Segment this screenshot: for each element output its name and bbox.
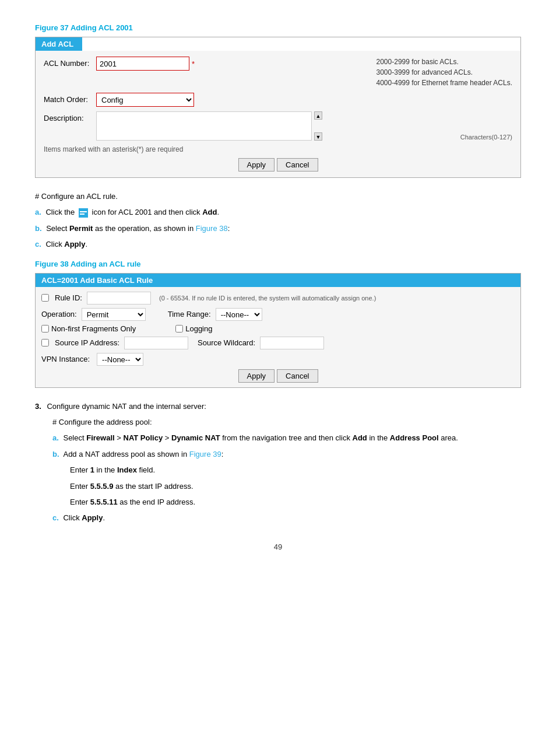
step-a-prefix: a.: [35, 208, 41, 216]
scrollbar-down[interactable]: ▼: [314, 132, 322, 141]
source-wildcard-input[interactable]: [260, 337, 324, 349]
source-ip-input[interactable]: [124, 337, 188, 349]
figure37-title: Figure 37 Adding ACL 2001: [35, 23, 521, 32]
match-order-select[interactable]: Config Auto: [96, 93, 194, 107]
step3-number: 3.: [35, 402, 41, 411]
add-acl-panel: Add ACL ACL Number: * 2000-2999 for basi…: [35, 37, 521, 178]
non-first-checkbox[interactable]: [41, 325, 49, 332]
vpn-label: VPN Instance:: [41, 355, 90, 363]
step-b-text: Select: [46, 224, 67, 233]
acl-hint: 2000-2999 for basic ACLs. 3000-3999 for …: [376, 57, 512, 88]
non-first-label: Non-first Fragments Only: [51, 324, 136, 333]
step-c-prefix: c.: [35, 240, 41, 249]
figure38-title: Figure 38 Adding an ACL rule: [35, 260, 521, 268]
scrollbar-up[interactable]: ▲: [314, 111, 322, 120]
source-ip-label: Source IP Address:: [55, 338, 119, 347]
step-b-bold: Permit: [69, 224, 93, 233]
apply-button-fig37[interactable]: Apply: [238, 158, 275, 172]
step3b-field-label: field.: [139, 466, 155, 474]
step3a-bold3: Dynamic NAT: [171, 433, 220, 442]
rule-id-checkbox[interactable]: [41, 294, 49, 302]
rule-id-hint: (0 - 65534. If no rule ID is entered, th…: [159, 295, 376, 302]
configure-address-pool: # Configure the address pool:: [52, 415, 521, 429]
logging-checkbox[interactable]: [175, 325, 183, 332]
time-range-label: Time Range:: [168, 310, 211, 318]
acl-number-input[interactable]: [96, 57, 189, 71]
step3b-text: Add a NAT address pool as shown in: [63, 450, 189, 459]
description-label: Description:: [44, 111, 96, 123]
svg-rect-0: [79, 208, 88, 218]
step3a-sep2: >: [165, 433, 171, 442]
source-wildcard-label: Source Wildcard:: [198, 338, 255, 347]
step3b-prefix: b.: [52, 450, 59, 459]
logging-label: Logging: [185, 324, 212, 333]
acl-number-label: ACL Number:: [44, 57, 96, 68]
page-number: 49: [35, 542, 521, 551]
step3c-text: Click: [63, 513, 79, 522]
figure39-link[interactable]: Figure 39: [189, 450, 221, 459]
step3a-text: Select: [63, 433, 84, 442]
step3c-prefix: c.: [52, 513, 59, 522]
step3b-bold2: 5.5.5.9: [90, 482, 114, 491]
cancel-button-fig38[interactable]: Cancel: [277, 369, 318, 383]
step3a-bold1: Firewall: [86, 433, 114, 442]
step3b-text2b: as the start IP address.: [115, 482, 193, 491]
step-b-prefix: b.: [35, 224, 42, 233]
step-a-text2: icon for ACL 2001 and then click: [92, 208, 200, 216]
step3b-line3-text: Enter: [70, 498, 90, 506]
step-a-text: Click the: [45, 208, 75, 216]
add-acl-panel-header: Add ACL: [36, 37, 82, 51]
step-c-bold: Apply: [64, 240, 85, 249]
acl-rule-panel-header: ACL=2001 Add Basic ACL Rule: [36, 274, 520, 287]
step3-text: Configure dynamic NAT and the internal s…: [47, 402, 206, 411]
rule-id-input[interactable]: [87, 292, 151, 304]
step3b-bold1: 1: [90, 466, 94, 474]
apply-button-fig38[interactable]: Apply: [238, 369, 275, 383]
rule-id-label: Rule ID:: [55, 293, 82, 302]
step3a-text6: area.: [441, 433, 458, 442]
chars-label: Characters(0-127): [460, 134, 512, 141]
match-order-label: Match Order:: [44, 93, 96, 104]
step3a-text5: in the: [369, 433, 389, 442]
step3a-sep1: >: [117, 433, 123, 442]
step-a-bold: Add: [202, 208, 217, 216]
cancel-button-fig37[interactable]: Cancel: [277, 158, 318, 172]
operation-label: Operation:: [41, 310, 77, 318]
step-c-text: Click: [45, 240, 62, 249]
figure38-link[interactable]: Figure 38: [196, 224, 228, 233]
step3a-bold5: Address Pool: [390, 433, 439, 442]
svg-rect-1: [80, 211, 87, 212]
step3a-prefix: a.: [52, 433, 59, 442]
step3a-bold4: Add: [353, 433, 367, 442]
description-textarea[interactable]: [96, 111, 312, 141]
step3b-bold3: 5.5.5.11: [90, 498, 118, 506]
required-star: *: [192, 60, 195, 68]
config-icon: [79, 208, 88, 218]
time-range-select[interactable]: --None--: [216, 308, 262, 321]
svg-rect-2: [80, 214, 85, 215]
required-note: Items marked with an asterisk(*) are req…: [44, 145, 512, 153]
step3a-text4: from the navigation tree and then click: [222, 433, 352, 442]
step3b-line2-text: Enter: [70, 482, 90, 491]
step3a-bold2: NAT Policy: [124, 433, 163, 442]
step3b-text3b: as the end IP address.: [119, 498, 195, 506]
step3b-bold-field: Index: [117, 466, 137, 474]
acl-rule-panel: ACL=2001 Add Basic ACL Rule Rule ID: (0 …: [35, 273, 521, 388]
source-ip-checkbox[interactable]: [41, 339, 49, 346]
step3c-bold: Apply: [82, 513, 103, 522]
step3b-line1-text: Enter: [70, 466, 90, 474]
configure-acl-rule-text: # Configure an ACL rule.: [35, 190, 521, 203]
vpn-select[interactable]: --None--: [97, 353, 143, 366]
operation-select[interactable]: Permit Deny: [82, 308, 146, 321]
step-b-text2: as the operation, as shown in: [95, 224, 196, 233]
step3b-in-the: in the: [97, 466, 117, 474]
